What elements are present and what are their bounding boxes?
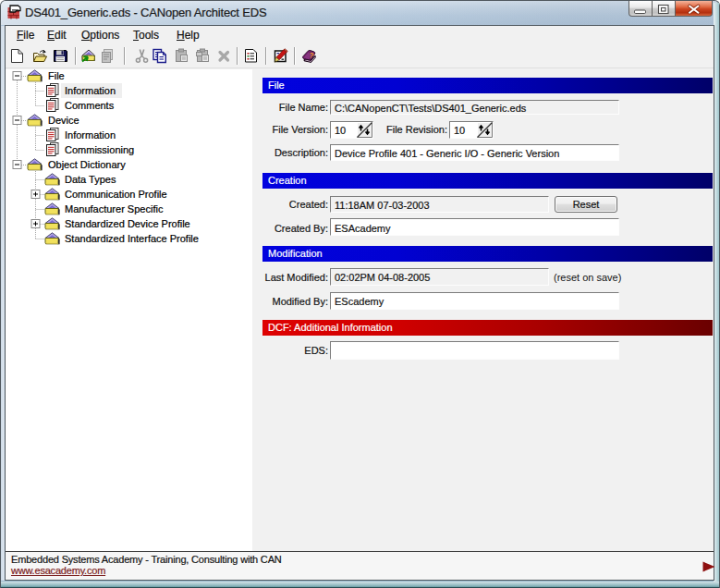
svg-text:File: File bbox=[48, 70, 65, 81]
svg-text:Comments: Comments bbox=[65, 100, 115, 111]
svg-text:Standardized Interface Profile: Standardized Interface Profile bbox=[65, 233, 199, 244]
svg-text:Device: Device bbox=[48, 115, 79, 126]
svg-text:Manufacturer Specific: Manufacturer Specific bbox=[65, 203, 164, 214]
svg-text:Information: Information bbox=[65, 85, 116, 96]
svg-text:Information: Information bbox=[65, 129, 116, 141]
svg-text:Object Dictionary: Object Dictionary bbox=[48, 159, 126, 170]
svg-text:Communication Profile: Communication Profile bbox=[65, 189, 167, 200]
svg-text:Commissioning: Commissioning bbox=[65, 144, 134, 155]
svg-text:Data Types: Data Types bbox=[65, 174, 116, 185]
svg-text:Standardized Device Profile: Standardized Device Profile bbox=[65, 218, 190, 229]
